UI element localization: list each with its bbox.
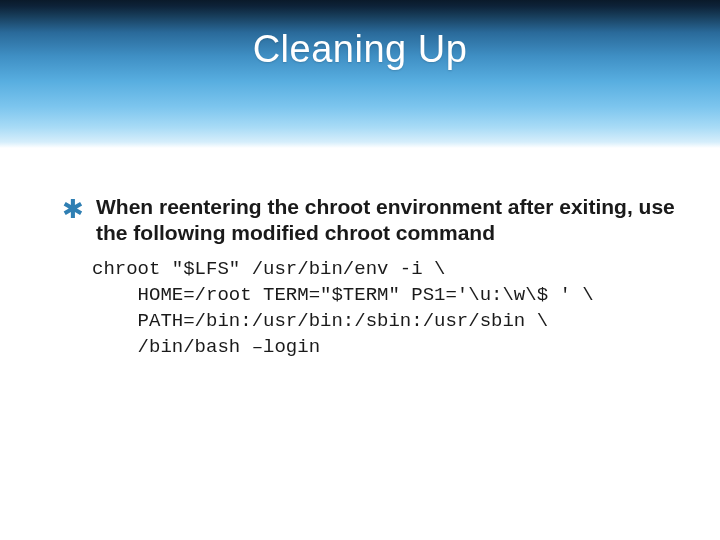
slide: Cleaning Up ✱ When reentering the chroot… [0, 0, 720, 540]
slide-body: ✱ When reentering the chroot environment… [62, 194, 680, 360]
slide-title: Cleaning Up [253, 28, 468, 71]
bullet-text: When reentering the chroot environment a… [96, 194, 680, 246]
bullet-item: ✱ When reentering the chroot environment… [62, 194, 680, 246]
bullet-asterisk-icon: ✱ [62, 196, 84, 222]
title-header-band: Cleaning Up [0, 0, 720, 148]
code-block: chroot "$LFS" /usr/bin/env -i \ HOME=/ro… [92, 256, 680, 360]
